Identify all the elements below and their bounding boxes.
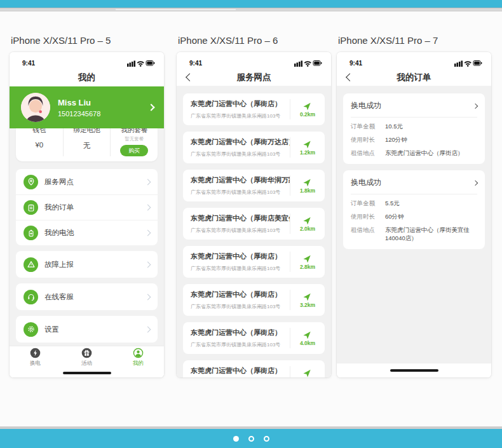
menu-item-fault-report[interactable]: 故障上报 [16, 251, 158, 278]
plan-label: 我的套餐 [121, 128, 147, 135]
scrollbar-thumb[interactable] [116, 9, 236, 10]
home-indicator[interactable] [390, 369, 438, 372]
menu-label: 我的电池 [44, 228, 146, 238]
wallet-value: ¥0 [35, 141, 43, 149]
navigate-button[interactable]: 3.2km [290, 290, 325, 310]
order-duration-label: 使用时长 [351, 136, 385, 144]
navigation-arrow-icon [301, 214, 314, 227]
profile-text: Miss Liu 15012345678 [58, 98, 149, 118]
store-address: 广东省东莞市厚街镇珊美康乐南路103号 [191, 303, 290, 310]
buy-plan-button[interactable]: 购买 [120, 145, 148, 156]
profile-name: Miss Liu [58, 98, 149, 107]
store-card[interactable]: 东莞虎门运营中心（厚街店） 广东省东莞市厚街镇珊美康乐南路103号 3.2km [183, 284, 325, 316]
store-name: 东莞虎门运营中心（厚街店美宜佳1400 [191, 214, 290, 223]
tab-mine[interactable]: 我的 [112, 346, 164, 369]
navigate-button[interactable]: 2.8km [290, 252, 325, 272]
menu-item-my-orders[interactable]: 我的订单 [16, 194, 158, 220]
status-time: 9:41 [349, 60, 362, 67]
pagination-dot-1[interactable] [233, 436, 239, 442]
home-indicator-area [10, 369, 164, 377]
order-duration-value: 120分钟 [385, 136, 407, 144]
navigate-button[interactable]: 2.0km [290, 214, 325, 234]
store-name: 东莞虎门运营中心（厚街店） [191, 99, 290, 109]
store-name: 东莞虎门运营中心（厚街店） [191, 290, 290, 299]
menu-group-fault: 故障上报 [16, 251, 158, 278]
artboard-orders: iPhone X/XS/11 Pro – 7 9:41 [337, 35, 491, 377]
store-card[interactable]: 东莞虎门运营中心（厚街店） 广东省东莞市厚街镇珊美康乐南路103号 2.8km [183, 246, 325, 278]
tab-battery-swap[interactable]: 换电 [10, 346, 61, 369]
artboard-profile: iPhone X/XS/11 Pro – 5 9:41 [10, 35, 164, 377]
store-info: 东莞虎门运营中心（厚街华润万家店） 广东省东莞市厚街镇珊美康乐南路103号 [191, 175, 290, 196]
bound-battery-stat[interactable]: 绑定电池 无 [63, 128, 111, 156]
navigate-button[interactable]: 4.0km [290, 328, 325, 348]
chevron-right-icon [145, 326, 151, 332]
home-indicator[interactable] [63, 372, 111, 374]
navigate-button[interactable]: 1.8km [290, 175, 325, 196]
artboard-title: iPhone X/XS/11 Pro – 5 [11, 35, 164, 46]
chevron-right-icon [147, 104, 154, 111]
order-duration-row: 使用时长 120分钟 [351, 136, 477, 144]
menu-item-service-network[interactable]: 服务网点 [16, 169, 158, 194]
order-header[interactable]: 换电成功 [351, 177, 477, 194]
navigate-button[interactable]: 1.2km [290, 137, 325, 158]
navigate-button[interactable]: 0.2km [290, 99, 325, 119]
horizontal-scrollbar[interactable] [0, 8, 502, 11]
nav-bar: 服务网点 [177, 69, 331, 86]
menu-item-my-battery[interactable]: 我的电池 [16, 220, 158, 245]
status-time: 9:41 [22, 60, 35, 67]
order-amount-label: 订单金额 [351, 200, 385, 208]
store-card[interactable]: 东莞虎门运营中心（厚街万达店） 广东省东莞市厚街镇珊美康乐南路103号 1.2k… [183, 132, 325, 163]
menu-item-settings[interactable]: 设置 [16, 316, 158, 343]
navigation-arrow-icon [301, 137, 314, 151]
order-header[interactable]: 换电成功 [351, 100, 477, 118]
navigation-arrow-icon [301, 328, 314, 341]
menu-label: 设置 [44, 325, 146, 334]
order-location-label: 租借地点 [351, 226, 385, 234]
bound-battery-label: 绑定电池 [74, 128, 100, 135]
page-top-bar [0, 0, 502, 8]
warning-triangle-icon [24, 257, 38, 272]
profile-card[interactable]: Miss Liu 15012345678 [10, 86, 164, 128]
wallet-stat[interactable]: 钱包 ¥0 [16, 128, 63, 156]
navigation-arrow-icon [301, 290, 314, 303]
map-pin-icon [24, 175, 38, 189]
store-list: 东莞虎门运营中心（厚街店） 广东省东莞市厚街镇珊美康乐南路103号 0.2km … [177, 86, 331, 377]
status-icons [127, 59, 155, 67]
tab-activity[interactable]: 活动 [61, 346, 112, 369]
menu-item-online-service[interactable]: 在线客服 [16, 283, 158, 310]
page-bottom-bar [0, 426, 502, 448]
page-title: 服务网点 [237, 72, 271, 83]
chevron-right-icon [473, 180, 478, 185]
artboard-title: iPhone X/XS/11 Pro – 6 [178, 35, 331, 46]
navigation-arrow-icon [301, 175, 314, 189]
back-button[interactable] [186, 73, 194, 81]
design-canvas: iPhone X/XS/11 Pro – 5 9:41 [0, 11, 502, 377]
pagination-dot-2[interactable] [248, 436, 254, 442]
store-card[interactable]: 东莞虎门运营中心（厚街店） 广东省东莞市厚街镇珊美康乐南路103号 4.0km [183, 322, 325, 354]
navigation-arrow-icon [301, 99, 314, 112]
store-card[interactable]: 东莞虎门运营中心（厚街店美宜佳1400 广东省东莞市厚街镇珊美康乐南路103号 … [183, 208, 325, 240]
store-card[interactable]: 东莞虎门运营中心（厚街店） 广东省东莞市厚街镇珊美康乐南路103号 0.2km [183, 93, 325, 125]
store-info: 东莞虎门运营中心（厚街店） 广东省东莞市厚街镇珊美康乐南路103号 [191, 252, 290, 272]
page-title: 我的订单 [397, 72, 431, 83]
navigation-arrow-icon [301, 252, 314, 265]
store-address: 广东省东莞市厚街镇珊美康乐南路103号 [191, 112, 290, 119]
order-location-value: 东莞虎门运营中心（厚街美宜佳140040店） [385, 226, 477, 243]
back-button[interactable] [346, 73, 354, 81]
order-location-label: 租借地点 [351, 149, 385, 158]
store-address: 广东省东莞市厚街镇珊美康乐南路103号 [191, 151, 290, 158]
nav-bar: 我的订单 [337, 69, 491, 86]
phone-frame-profile: 9:41 我的 [10, 52, 164, 377]
chevron-right-icon [145, 205, 151, 211]
plan-stat: 我的套餐 暂无套餐 购买 [110, 128, 158, 156]
order-duration-value: 60分钟 [385, 213, 404, 221]
pagination-dot-3[interactable] [264, 436, 269, 442]
navigate-button[interactable]: 4.0km [290, 366, 325, 377]
profile-phone: 15012345678 [58, 110, 149, 118]
tab-label: 我的 [133, 360, 144, 367]
gift-icon [81, 348, 92, 358]
nav-bar: 我的 [10, 69, 164, 86]
store-card[interactable]: 东莞虎门运营中心（厚街店） 广东省东莞市厚街镇珊美康乐南路103号 4.0km [183, 360, 325, 377]
store-card[interactable]: 东莞虎门运营中心（厚街华润万家店） 广东省东莞市厚街镇珊美康乐南路103号 1.… [183, 170, 325, 201]
gear-icon [24, 322, 38, 337]
